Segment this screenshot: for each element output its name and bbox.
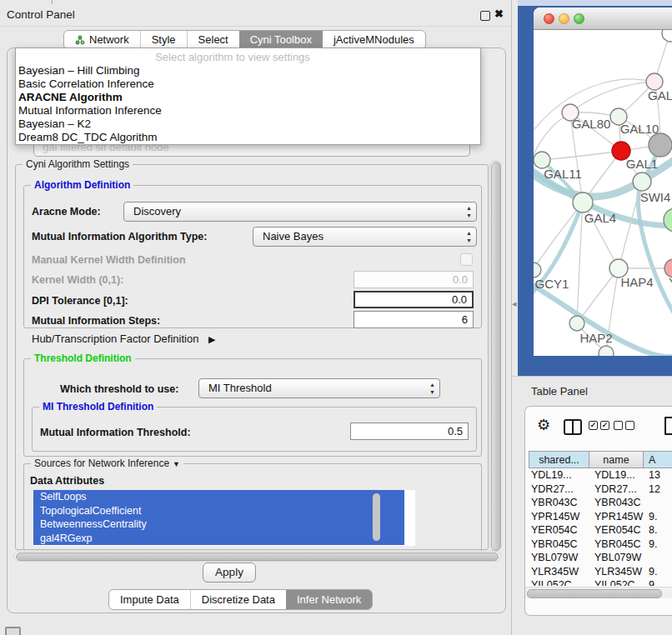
table-cell[interactable] (644, 551, 672, 565)
network-node[interactable] (599, 346, 614, 356)
network-window-titlebar[interactable] (534, 8, 672, 30)
table-cell[interactable]: YIL052C (529, 578, 589, 586)
table-cell[interactable] (644, 496, 672, 510)
table-cell[interactable]: 9. (644, 510, 672, 524)
mi-threshold-input[interactable]: 0.5 (350, 422, 469, 440)
zoom-window-icon[interactable] (574, 13, 584, 24)
collapse-arrow-icon[interactable]: ▼ (173, 460, 180, 468)
table-cell[interactable]: 8. (644, 523, 672, 538)
tab-select[interactable]: Select (187, 31, 239, 49)
network-node-gal11[interactable] (534, 152, 550, 168)
chevron-up-down-icon: ▲▼ (466, 204, 472, 219)
split-columns-icon[interactable] (564, 419, 582, 435)
tab-cyni-toolbox[interactable]: Cyni Toolbox (239, 31, 323, 49)
column-header[interactable]: A (644, 451, 672, 468)
table-cell[interactable]: 9. (644, 538, 672, 552)
table-cell[interactable]: 9. (644, 565, 672, 579)
table-cell[interactable]: YBL079W (589, 551, 644, 565)
table-cell[interactable]: YBR043C (589, 496, 644, 510)
float-panel-icon[interactable] (480, 11, 490, 21)
mi-algorithm-type-select[interactable]: Naive Bayes ▲▼ (253, 227, 477, 247)
attribute-list-item[interactable]: gal4RGexp (33, 532, 404, 546)
algorithm-option[interactable]: Bayesian – Hill Climbing (18, 64, 478, 78)
attribute-list-item[interactable]: SelfLoops (33, 490, 404, 504)
close-panel-icon[interactable]: ✖ (494, 8, 504, 20)
table-cell[interactable]: YDR27... (529, 482, 589, 497)
table-row[interactable]: YBL079WYBL079W (529, 551, 672, 565)
table-cell[interactable]: YPR145W (589, 510, 644, 524)
table-row[interactable]: YLR345WYLR345W9. (529, 565, 672, 579)
table-cell[interactable]: YER054C (529, 523, 589, 538)
network-node-hap2[interactable] (569, 316, 584, 331)
network-node-gcy1[interactable] (534, 262, 541, 278)
tab-infer-network[interactable]: Infer Network (286, 590, 372, 609)
table-cell[interactable]: 9. (644, 578, 672, 586)
data-attributes-label: Data Attributes (30, 475, 104, 487)
algorithm-option[interactable]: Mutual Information Inference (18, 104, 478, 118)
column-header[interactable]: shared... (529, 451, 589, 468)
hub-definition-expander[interactable]: Hub/Transcription Factor Definition ▶ (32, 332, 215, 345)
algorithm-option[interactable]: ARACNE Algorithm (18, 91, 478, 104)
attribute-list-item[interactable]: TopologicalCoefficient (33, 504, 404, 518)
tab-jactivemnodules[interactable]: jActiveMNodules (323, 31, 425, 49)
scrollbar-thumb[interactable] (527, 589, 662, 598)
scrollbar-thumb[interactable] (491, 162, 501, 551)
which-threshold-select[interactable]: MI Threshold ▲▼ (198, 378, 440, 398)
table-cell[interactable]: YBR045C (529, 538, 589, 552)
table-cell[interactable]: YPR145W (529, 510, 589, 524)
tab-discretize-data[interactable]: Discretize Data (190, 590, 286, 609)
tab-style[interactable]: Style (140, 31, 187, 49)
algorithm-option[interactable]: Bayesian – K2 (18, 118, 478, 131)
aracne-mode-select[interactable]: Discovery ▲▼ (123, 202, 477, 222)
deselect-all-columns-icon[interactable] (614, 421, 634, 430)
network-node-gal4[interactable] (573, 192, 593, 212)
close-window-icon[interactable] (544, 13, 554, 24)
split-pane-collapse-icon[interactable]: ◂ (512, 298, 517, 309)
column-header[interactable]: name (589, 451, 644, 468)
table-cell[interactable]: 13 (644, 468, 672, 482)
table-cell[interactable]: YER054C (589, 523, 644, 538)
network-canvas[interactable]: GAL2GAL80GAL10GAL1GAL11SWI4GAL4GCY1HAP4Y… (534, 30, 672, 356)
table-cell[interactable]: YLR345W (589, 565, 644, 579)
minimize-window-icon[interactable] (559, 13, 569, 24)
mi-steps-input[interactable]: 6 (354, 311, 474, 328)
table-cell[interactable]: YDL19... (529, 468, 589, 482)
table-horizontal-scrollbar[interactable] (525, 587, 672, 598)
attribute-list-scrollbar[interactable] (373, 493, 380, 541)
table-cell[interactable]: YIL052C (589, 578, 644, 586)
kernel-width-input[interactable]: 0.0 (354, 271, 474, 288)
scrollbar-thumb[interactable] (16, 552, 499, 561)
apply-button[interactable]: Apply (203, 562, 256, 582)
table-cell[interactable]: YBR043C (529, 496, 589, 510)
tab-impute-data[interactable]: Impute Data (109, 590, 190, 609)
dpi-tolerance-input[interactable]: 0.0 (354, 291, 474, 308)
table-row[interactable]: YBR043CYBR043C (529, 496, 672, 510)
table-row[interactable]: YDR27...YDR27...12 (529, 482, 672, 497)
manual-kernel-checkbox[interactable] (460, 253, 473, 266)
gear-icon[interactable]: ⚙ (537, 414, 550, 436)
settings-horizontal-scrollbar[interactable] (13, 551, 501, 562)
algorithm-option[interactable]: Basic Correlation Inference (18, 78, 478, 91)
tab-network[interactable]: Network (64, 31, 140, 49)
algorithm-option[interactable]: Dream8 DC_TDC Algorithm (18, 131, 478, 144)
network-node[interactable] (662, 30, 672, 42)
table-row[interactable]: YBR045CYBR045C9. (529, 538, 672, 552)
table-cell[interactable]: 12 (644, 482, 672, 497)
select-all-columns-icon[interactable]: ✓ ✓ (589, 421, 609, 430)
table-cell[interactable]: YLR345W (529, 565, 589, 579)
table-row[interactable]: YPR145WYPR145W9. (529, 510, 672, 524)
table-row[interactable]: YDL19...YDL19...13 (529, 468, 672, 482)
table-cell[interactable]: YDR27... (589, 482, 644, 497)
table-cell[interactable]: YBL079W (529, 551, 589, 565)
table-row[interactable]: YER054CYER054C8. (529, 523, 672, 538)
settings-vertical-scrollbar[interactable] (489, 160, 501, 552)
document-icon[interactable] (664, 417, 672, 435)
table-cell[interactable]: YBR045C (589, 538, 644, 552)
table-row[interactable]: YIL052CYIL052C9. (529, 578, 672, 586)
network-node-gal2[interactable] (646, 73, 663, 90)
minimized-panel-icon[interactable] (5, 627, 21, 635)
table-cell[interactable]: YDL19... (589, 468, 644, 482)
network-node-swi4[interactable] (633, 172, 651, 191)
network-node[interactable] (649, 133, 672, 157)
attribute-list-item[interactable]: BetweennessCentrality (33, 518, 404, 532)
